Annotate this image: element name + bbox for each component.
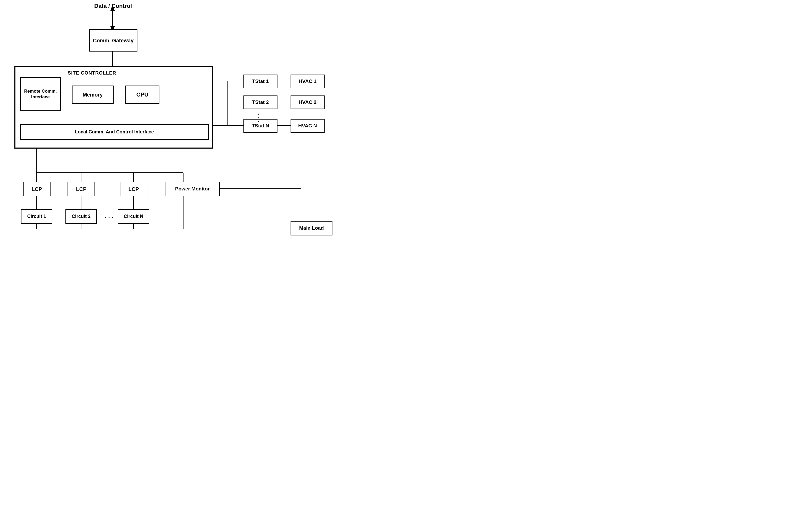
diagram: Data / Control Comm. Gateway SITE CONTRO…: [0, 0, 406, 260]
circuitN-box: Circuit N: [118, 209, 149, 224]
tstat1-box: TStat 1: [243, 74, 278, 88]
hvacN-box: HVAC N: [291, 119, 325, 133]
main-load-box: Main Load: [291, 221, 332, 236]
hvac1-box: HVAC 1: [291, 74, 325, 88]
tstatN-box: TStat N: [243, 119, 278, 133]
lcp1-box: LCP: [23, 182, 51, 196]
data-control-label: Data / Control: [94, 3, 132, 9]
site-controller-label: SITE CONTROLLER: [68, 70, 116, 76]
tstat2-box: TStat 2: [243, 95, 278, 109]
lcp2-box: LCP: [67, 182, 95, 196]
circuit1-box: Circuit 1: [21, 209, 52, 224]
lcp3-box: LCP: [120, 182, 147, 196]
memory-box: Memory: [72, 86, 114, 104]
power-monitor-box: Power Monitor: [165, 182, 220, 196]
tstat-ellipsis3: .: [258, 117, 260, 123]
hvac2-box: HVAC 2: [291, 95, 325, 109]
remote-comm-box: Remote Comm. Interface: [20, 77, 61, 111]
site-controller-box: SITE CONTROLLER Remote Comm. Interface M…: [14, 66, 213, 149]
circuit-dots: · · ·: [105, 214, 113, 221]
comm-gateway-box: Comm. Gateway: [89, 29, 138, 52]
cpu-box: CPU: [125, 86, 160, 104]
circuit2-box: Circuit 2: [65, 209, 97, 224]
local-comm-box: Local Comm. And Control Interface: [20, 124, 209, 140]
